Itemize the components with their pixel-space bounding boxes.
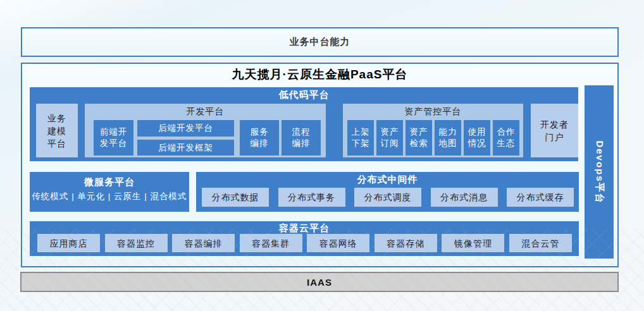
container-cloud-buttons: 应用商店 容器监控 容器编排 容器集群 容器网络 容器存储 镜像管理 混合云管 <box>37 234 572 252</box>
backend-dev-framework-box: 后端开发框架 <box>137 140 234 156</box>
container-cluster-box: 容器集群 <box>240 234 302 252</box>
hybrid-cloud-mgmt-box: 混合云管 <box>509 234 572 252</box>
asset-item-line: 使用 <box>468 126 486 138</box>
asset-subscription-box: 资产 订阅 <box>376 120 403 156</box>
process-orch-line: 编排 <box>292 138 311 149</box>
asset-item-line: 检索 <box>410 138 428 149</box>
asset-control-buttons: 上架 下架 资产 订阅 资产 检索 能力 地图 <box>347 120 519 156</box>
iaas-label: IAAS <box>307 277 332 288</box>
asset-item-line: 合作 <box>497 126 516 138</box>
developer-portal-line: 门户 <box>545 131 564 143</box>
asset-item-line: 能力 <box>439 126 457 138</box>
frontend-dev-line: 发平台 <box>100 138 128 149</box>
asset-item-line: 生态 <box>497 138 516 149</box>
lowcode-platform-box: 低代码平台 业务 建模 平台 开发平台 前端开 发平台 后端开发 <box>30 87 578 161</box>
microservice-platform-title: 微服务平台 <box>30 172 189 188</box>
distributed-scheduling-box: 分布式调度 <box>354 188 421 207</box>
asset-item-line: 资产 <box>381 126 399 138</box>
asset-item-line: 订阅 <box>381 138 399 149</box>
middleware-buttons: 分布式数据 分布式事务 分布式调度 分布式消息 分布式缓存 <box>202 188 574 207</box>
lowcode-content-row: 业务 建模 平台 开发平台 前端开 发平台 后端开发平台 <box>30 104 578 158</box>
microservice-platform-box: 微服务平台 传统模式 | 单元化 | 云原生 | 混合模式 <box>30 172 189 212</box>
container-monitoring-box: 容器监控 <box>105 234 168 252</box>
dev-platform-buttons: 前端开 发平台 后端开发平台 后端开发框架 服务 编排 <box>85 120 326 156</box>
usage-status-box: 使用 情况 <box>464 120 490 156</box>
developer-portal-line: 开发者 <box>540 118 569 131</box>
frontend-dev-platform-box: 前端开 发平台 <box>94 120 133 156</box>
backend-dev-framework-label: 后端开发框架 <box>158 142 213 154</box>
service-orch-line: 服务 <box>251 126 269 138</box>
process-orch-line: 流程 <box>292 126 311 138</box>
dev-platform-title: 开发平台 <box>85 104 326 118</box>
asset-control-panel: 资产管控平台 上架 下架 资产 订阅 资产 检索 <box>343 104 523 157</box>
container-cloud-title: 容器云平台 <box>30 223 579 235</box>
capability-map-box: 能力 地图 <box>435 120 461 156</box>
asset-search-box: 资产 检索 <box>406 120 432 156</box>
service-orchestration-box: 服务 编排 <box>240 120 279 156</box>
distributed-transaction-box: 分布式事务 <box>278 188 345 207</box>
business-modeling-line: 建模 <box>47 125 66 137</box>
business-midplatform-label: 业务中台能力 <box>290 36 350 48</box>
service-orch-line: 编排 <box>251 138 269 149</box>
backend-dev-platform-label: 后端开发平台 <box>158 123 213 134</box>
business-midplatform-banner: 业务中台能力 <box>21 27 619 57</box>
app-store-box: 应用商店 <box>37 234 100 252</box>
dev-platform-panel: 开发平台 前端开 发平台 后端开发平台 后端开发框架 服 <box>85 104 326 157</box>
distributed-cache-box: 分布式缓存 <box>507 188 574 207</box>
distributed-middleware-title: 分布式中间件 <box>196 174 579 186</box>
developer-portal-box: 开发者 门户 <box>531 104 578 157</box>
lowcode-platform-title: 低代码平台 <box>30 89 578 101</box>
asset-item-line: 情况 <box>468 138 486 149</box>
asset-onoff-shelf-box: 上架 下架 <box>347 120 374 156</box>
container-storage-box: 容器存储 <box>375 234 437 252</box>
architecture-diagram: 业务中台能力 九天揽月·云原生金融PaaS平台 低代码平台 业务 建模 平台 开… <box>0 0 644 311</box>
image-management-box: 镜像管理 <box>442 234 504 252</box>
microservice-modes-label: 传统模式 | 单元化 | 云原生 | 混合模式 <box>30 191 189 202</box>
backend-dev-platform-box: 后端开发平台 <box>137 120 234 137</box>
distributed-middleware-box: 分布式中间件 分布式数据 分布式事务 分布式调度 分布式消息 分布式缓存 <box>196 172 579 212</box>
asset-item-line: 资产 <box>410 126 428 138</box>
platform-title: 九天揽月·云原生金融PaaS平台 <box>22 66 617 83</box>
asset-item-line: 地图 <box>439 138 457 149</box>
iaas-bar: IAAS <box>20 272 619 292</box>
asset-item-line: 上架 <box>352 126 370 138</box>
process-orchestration-box: 流程 编排 <box>282 120 321 156</box>
container-network-box: 容器网络 <box>307 234 369 252</box>
distributed-data-box: 分布式数据 <box>202 188 269 207</box>
devops-platform-bar: Devops平台 <box>585 85 614 259</box>
asset-item-line: 下架 <box>352 138 370 149</box>
business-modeling-platform-box: 业务 建模 平台 <box>36 104 78 157</box>
business-modeling-line: 业务 <box>47 112 66 125</box>
container-orchestration-box: 容器编排 <box>172 234 235 252</box>
distributed-message-box: 分布式消息 <box>431 188 498 207</box>
business-modeling-line: 平台 <box>47 137 66 150</box>
paas-platform-container: 九天揽月·云原生金融PaaS平台 低代码平台 业务 建模 平台 开发平台 前端开… <box>21 63 619 267</box>
cooperation-ecosystem-box: 合作 生态 <box>493 120 519 156</box>
asset-control-title: 资产管控平台 <box>343 104 523 118</box>
container-cloud-platform-box: 容器云平台 应用商店 容器监控 容器编排 容器集群 容器网络 容器存储 镜像管理… <box>30 221 579 256</box>
devops-platform-label: Devops平台 <box>593 140 605 204</box>
frontend-dev-line: 前端开 <box>100 126 128 138</box>
